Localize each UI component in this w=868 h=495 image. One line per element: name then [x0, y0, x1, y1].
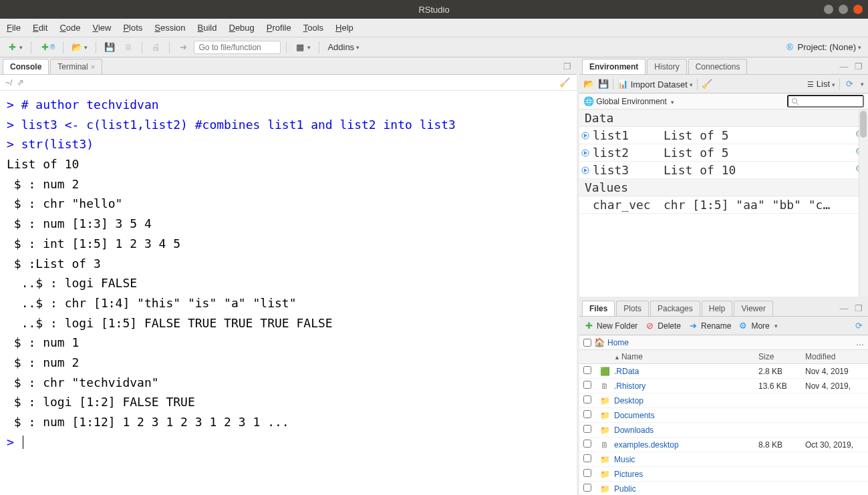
file-name[interactable]: 📁Downloads [595, 423, 754, 438]
tab-packages[interactable]: Packages [650, 301, 700, 316]
file-row[interactable]: 📁Downloads [579, 423, 868, 438]
delete-button[interactable]: ⊘Delete [644, 321, 681, 331]
file-name[interactable]: 📁Public [595, 482, 754, 496]
file-checkbox[interactable] [583, 454, 591, 462]
grid-button[interactable]: ▦▾ [292, 40, 313, 55]
console-line: $ : num 1 [7, 333, 570, 353]
home-icon[interactable]: 🏠 [594, 337, 605, 348]
path-more-icon[interactable]: … [856, 338, 864, 347]
console-output[interactable]: > # author techvidvan> list3 <- c(list1,… [0, 91, 577, 495]
file-name[interactable]: 🗎examples.desktop [595, 438, 754, 452]
menu-tools[interactable]: Tools [303, 23, 323, 33]
save-button[interactable]: 💾 [102, 40, 118, 55]
file-name[interactable]: 🗎.Rhistory [595, 379, 754, 393]
tab-viewer[interactable]: Viewer [734, 301, 772, 316]
pane-window-icon[interactable]: ❐ [562, 61, 573, 71]
file-name[interactable]: 📁Pictures [595, 467, 754, 482]
menu-help[interactable]: Help [335, 23, 353, 33]
new-file-button[interactable]: ✚▾ [4, 40, 25, 55]
file-row[interactable]: 🗎examples.desktop8.8 KBOct 30, 2019, [579, 438, 868, 452]
pane-collapse-icon[interactable]: — [839, 303, 849, 313]
menu-build[interactable]: Build [198, 23, 217, 33]
print-button[interactable]: 🖨 [148, 40, 164, 55]
import-dataset-button[interactable]: 📊 Import Dataset▾ [617, 79, 693, 90]
file-row[interactable]: 📁Public [579, 482, 868, 496]
goto-dir-icon[interactable]: ⇗ [15, 77, 25, 88]
new-folder-button[interactable]: ✚New Folder [583, 321, 637, 331]
menu-edit[interactable]: Edit [33, 23, 47, 33]
tab-terminal[interactable]: Terminal× [50, 59, 102, 74]
file-row[interactable]: 🗎.Rhistory13.6 KBNov 4, 2019, [579, 379, 868, 393]
env-search-input[interactable] [787, 95, 864, 108]
env-row[interactable]: list3List of 10🔍 [579, 162, 868, 179]
file-checkbox[interactable] [583, 425, 591, 433]
pane-window-icon[interactable]: ❐ [853, 303, 864, 313]
menu-file[interactable]: File [7, 23, 21, 33]
maximize-button[interactable] [839, 5, 848, 14]
addins-button[interactable]: Addins▾ [325, 40, 362, 55]
file-name[interactable]: 🟩.RData [595, 364, 754, 379]
env-scope-label[interactable]: Global Environment ▾ [596, 97, 674, 106]
env-toolbar: 📂 💾 📊 Import Dataset▾ 🧹 ☰ List▾ ⟳▾ [579, 75, 868, 94]
expand-icon[interactable] [579, 132, 591, 140]
clear-env-icon[interactable]: 🧹 [702, 79, 712, 90]
select-all-checkbox[interactable] [583, 339, 591, 347]
menu-code[interactable]: Code [59, 23, 80, 33]
file-row[interactable]: 🟩.RData2.8 KBNov 4, 2019 [579, 364, 868, 379]
breadcrumb-home[interactable]: Home [607, 338, 629, 347]
env-view-mode[interactable]: ☰ List▾ [807, 79, 835, 89]
tab-connections[interactable]: Connections [688, 59, 748, 74]
file-checkbox[interactable] [583, 440, 591, 448]
pane-window-icon[interactable]: ❐ [853, 61, 864, 71]
tab-environment[interactable]: Environment [582, 59, 645, 74]
more-button[interactable]: ⚙More▾ [738, 321, 777, 331]
file-name[interactable]: 📁Documents [595, 408, 754, 423]
env-row[interactable]: list2List of 5🔍 [579, 144, 868, 162]
sort-arrow-icon[interactable]: ▲ [614, 354, 620, 361]
file-checkbox[interactable] [583, 381, 591, 389]
file-row[interactable]: 📁Pictures [579, 467, 868, 482]
tab-history[interactable]: History [647, 59, 686, 74]
menu-profile[interactable]: Profile [267, 23, 291, 33]
menu-session[interactable]: Session [154, 23, 185, 33]
menu-view[interactable]: View [92, 23, 111, 33]
file-row[interactable]: 📁Documents [579, 408, 868, 423]
tab-help[interactable]: Help [702, 301, 733, 316]
env-row[interactable]: list1List of 5🔍 [579, 127, 868, 144]
expand-icon[interactable] [579, 149, 591, 157]
tab-files[interactable]: Files [582, 301, 615, 316]
env-row[interactable]: char_vecchr [1:5] "aa" "bb" "c… [579, 196, 868, 214]
file-checkbox[interactable] [583, 366, 591, 374]
file-row[interactable]: 📁Desktop [579, 393, 868, 408]
file-name[interactable]: 📁Desktop [595, 393, 754, 408]
env-var-name: list1 [591, 128, 664, 142]
tab-console[interactable]: Console [3, 59, 49, 74]
refresh-env-icon[interactable]: ⟳ [844, 79, 855, 90]
expand-icon[interactable] [579, 166, 591, 174]
pane-collapse-icon[interactable]: — [839, 61, 849, 71]
file-checkbox[interactable] [583, 484, 591, 492]
new-project-button[interactable]: ✚® [37, 40, 57, 55]
menu-debug[interactable]: Debug [229, 23, 255, 33]
project-menu[interactable]: ® Project: (None)▾ [782, 40, 864, 55]
file-checkbox[interactable] [583, 395, 591, 403]
refresh-files-icon[interactable]: ⟳ [853, 321, 864, 331]
save-workspace-icon[interactable]: 💾 [598, 79, 609, 90]
tab-plots[interactable]: Plots [616, 301, 649, 316]
file-checkbox[interactable] [583, 469, 591, 477]
file-row[interactable]: 📁Music [579, 452, 868, 467]
file-name[interactable]: 📁Music [595, 452, 754, 467]
rename-button[interactable]: ➜Rename [688, 321, 731, 331]
minimize-button[interactable] [824, 5, 833, 14]
save-all-button[interactable]: 🗎 [120, 40, 136, 55]
separator [142, 41, 142, 53]
open-file-button[interactable]: 📂▾ [69, 40, 90, 55]
file-checkbox[interactable] [583, 410, 591, 418]
goto-file-input[interactable] [194, 41, 281, 54]
load-workspace-icon[interactable]: 📂 [583, 79, 594, 90]
close-window-button[interactable] [853, 5, 863, 14]
clear-console-icon[interactable]: 🧹 [559, 77, 570, 88]
scrollbar[interactable] [859, 110, 868, 297]
menu-plots[interactable]: Plots [123, 23, 142, 33]
close-icon[interactable]: × [91, 63, 95, 71]
